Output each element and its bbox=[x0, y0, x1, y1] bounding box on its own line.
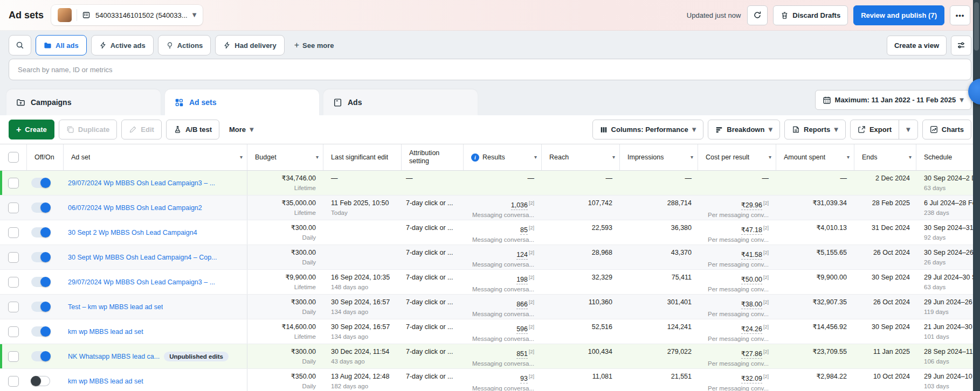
edit-button[interactable]: Edit bbox=[121, 120, 162, 139]
toggle-knob bbox=[40, 302, 51, 312]
off-on-toggle[interactable] bbox=[31, 351, 50, 361]
duplicate-label: Duplicate bbox=[78, 125, 110, 134]
search-filter-button[interactable] bbox=[9, 35, 31, 55]
create-button[interactable]: + Create bbox=[9, 120, 54, 139]
results-cell[interactable]: 198[2] Messaging conversa... bbox=[464, 270, 542, 294]
filter-pill-active-ads[interactable]: Active ads bbox=[91, 35, 154, 55]
search-input[interactable] bbox=[9, 59, 971, 80]
ad-set-name-link[interactable]: 29/07/2024 Wp MBBS Osh Lead Campaign3 – … bbox=[68, 278, 215, 286]
sort-caret-icon: ▾ bbox=[534, 155, 537, 160]
refresh-button[interactable] bbox=[747, 5, 768, 25]
off-on-toggle[interactable] bbox=[31, 302, 50, 312]
results-cell[interactable]: 1,036[2] Messaging conversa... bbox=[464, 195, 542, 220]
row-checkbox[interactable] bbox=[8, 351, 19, 362]
cost-per-result-cell[interactable]: ₹41.58[2] Per messaging conv... bbox=[698, 245, 776, 269]
off-on-toggle[interactable] bbox=[31, 178, 50, 188]
ad-set-name-link[interactable]: 30 Sept 2 Wp MBBS Osh Lead Campaign4 bbox=[68, 229, 197, 236]
row-checkbox[interactable] bbox=[8, 302, 19, 312]
off-on-toggle[interactable] bbox=[31, 227, 50, 238]
ad-set-name-link[interactable]: 06/07/2024 Wp MBBS Osh Lead Campaign2 bbox=[68, 204, 202, 212]
off-on-toggle[interactable] bbox=[31, 326, 50, 337]
off-on-toggle[interactable] bbox=[31, 277, 50, 287]
export-options-button[interactable]: ▼ bbox=[899, 120, 917, 139]
last-edit-cell: 11 Feb 2025, 10:50 Today bbox=[323, 195, 402, 220]
row-checkbox[interactable] bbox=[8, 178, 19, 188]
row-checkbox[interactable] bbox=[8, 326, 19, 337]
more-menu-button[interactable]: ••• bbox=[950, 5, 970, 25]
discard-drafts-button[interactable]: Discard Drafts bbox=[773, 5, 848, 25]
charts-button[interactable]: Charts bbox=[922, 120, 971, 139]
header-ad-set[interactable]: Ad set▾ bbox=[64, 144, 247, 170]
updated-status: Updated just now bbox=[687, 11, 741, 19]
row-checkbox[interactable] bbox=[8, 227, 19, 238]
results-cell[interactable]: 93[2] Messaging conversa... bbox=[464, 369, 542, 391]
ad-set-name-link[interactable]: 30 Sept Wp MBBS Osh Lead Campaign4 – Cop… bbox=[68, 254, 217, 261]
header-attribution[interactable]: Attribution setting bbox=[402, 144, 464, 170]
header-last-edit[interactable]: Last significant edit bbox=[323, 144, 402, 170]
results-cell[interactable]: 596[2] Messaging conversa... bbox=[464, 319, 542, 344]
amount-spent-cell: ₹23,709.55 bbox=[776, 344, 854, 368]
ad-set-name-link[interactable]: Test – km wp MBBS lead ad set bbox=[68, 303, 163, 311]
review-publish-button[interactable]: Review and publish (7) bbox=[853, 5, 944, 25]
ad-set-name-link[interactable]: km wp MBBS lead ad set bbox=[68, 328, 143, 336]
row-checkbox[interactable] bbox=[8, 252, 19, 263]
chevron-down-icon: ▼ bbox=[250, 127, 254, 132]
duplicate-button[interactable]: Duplicate bbox=[59, 120, 118, 139]
results-cell[interactable]: 866[2] Messaging conversa... bbox=[464, 295, 542, 319]
cost-per-result-cell[interactable]: ₹29.96[2] Per messaging conv... bbox=[698, 195, 776, 220]
export-split-button: Export ▼ bbox=[850, 120, 918, 139]
off-on-toggle[interactable] bbox=[31, 376, 50, 386]
filter-pill-actions[interactable]: Actions bbox=[158, 35, 211, 55]
cost-per-result-cell[interactable]: ₹47.18[2] Per messaging conv... bbox=[698, 220, 776, 245]
filter-pill-all-ads[interactable]: All ads bbox=[36, 35, 87, 55]
account-selector[interactable]: 540033146101502 (540033... ▼ bbox=[51, 5, 203, 25]
cost-per-result-cell[interactable]: ₹27.86[2] Per messaging conv... bbox=[698, 344, 776, 368]
header-results[interactable]: iResults▾ bbox=[464, 144, 542, 170]
row-checkbox[interactable] bbox=[8, 277, 19, 288]
filter-pill-had-delivery[interactable]: Had delivery bbox=[215, 35, 284, 55]
cost-per-result-cell[interactable]: ₹32.09[2] Per messaging conv... bbox=[698, 369, 776, 391]
copy-icon bbox=[66, 125, 74, 134]
cost-per-result-cell[interactable]: — bbox=[698, 171, 776, 195]
select-all-checkbox[interactable] bbox=[8, 152, 19, 163]
ad-set-name-link[interactable]: km wp MBBS lead ad set bbox=[68, 378, 143, 385]
tab-campaigns[interactable]: Campaigns bbox=[6, 89, 161, 115]
header-schedule[interactable]: Schedule bbox=[916, 144, 980, 170]
results-cell[interactable]: 851[2] Messaging conversa... bbox=[464, 344, 542, 368]
date-range-selector[interactable]: Maximum: 11 Jan 2022 - 11 Feb 2025 ▼ bbox=[815, 90, 971, 110]
header-amount-spent[interactable]: Amount spent▾ bbox=[776, 144, 854, 170]
header-cost-per-result[interactable]: Cost per result▾ bbox=[698, 144, 776, 170]
breakdown-dropdown[interactable]: Breakdown ▼ bbox=[708, 120, 780, 139]
header-impressions[interactable]: Impressions▾ bbox=[620, 144, 698, 170]
cost-per-result-cell[interactable]: ₹24.26[2] Per messaging conv... bbox=[698, 319, 776, 344]
ab-test-button[interactable]: A/B test bbox=[166, 120, 219, 139]
view-settings-button[interactable] bbox=[951, 36, 971, 55]
ad-set-name-link[interactable]: NK Whatsapp MBBS lead ca... bbox=[68, 353, 160, 360]
row-checkbox[interactable] bbox=[8, 203, 19, 213]
filter-pill-label: Actions bbox=[177, 41, 203, 50]
cost-per-result-cell[interactable]: ₹38.00[2] Per messaging conv... bbox=[698, 295, 776, 319]
more-dropdown[interactable]: More ▼ bbox=[224, 125, 259, 134]
create-view-button[interactable]: Create a view bbox=[887, 36, 947, 55]
tab-ads[interactable]: Ads bbox=[323, 89, 478, 115]
see-more-button[interactable]: + See more bbox=[289, 40, 340, 50]
header-budget[interactable]: Budget▾ bbox=[247, 144, 323, 170]
columns-dropdown[interactable]: Columns: Performance ▼ bbox=[592, 120, 704, 139]
row-checkbox[interactable] bbox=[8, 376, 19, 387]
scrollbar-thumb[interactable] bbox=[974, 2, 979, 51]
reports-dropdown[interactable]: Reports ▼ bbox=[784, 120, 846, 139]
amount-spent-cell: — bbox=[776, 171, 854, 195]
header-reach[interactable]: Reach▾ bbox=[542, 144, 620, 170]
window-scrollbar[interactable] bbox=[973, 0, 980, 391]
results-cell[interactable]: 85[2] Messaging conversa... bbox=[464, 220, 542, 245]
header-select-all[interactable] bbox=[0, 144, 27, 170]
header-ends[interactable]: Ends▾ bbox=[854, 144, 916, 170]
cost-per-result-cell[interactable]: ₹50.00[2] Per messaging conv... bbox=[698, 270, 776, 294]
off-on-toggle[interactable] bbox=[31, 203, 50, 213]
ad-set-name-link[interactable]: 29/07/2024 Wp MBBS Osh Lead Campaign3 – … bbox=[68, 179, 215, 187]
results-cell[interactable]: 124[2] Messaging conversa... bbox=[464, 245, 542, 269]
tab-ad-sets[interactable]: Ad sets bbox=[165, 89, 319, 115]
export-button[interactable]: Export bbox=[851, 120, 899, 139]
off-on-toggle[interactable] bbox=[31, 252, 50, 262]
results-cell[interactable]: — bbox=[464, 171, 542, 195]
